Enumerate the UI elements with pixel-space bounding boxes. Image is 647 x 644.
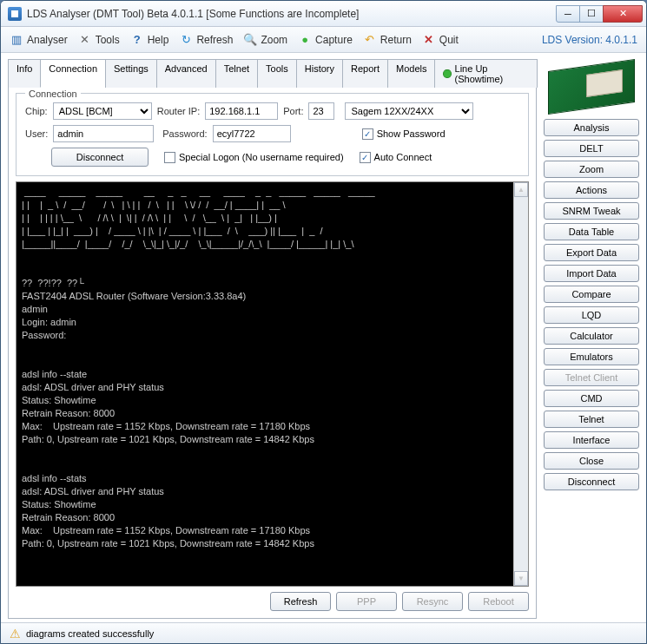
side-disconnect-button[interactable]: Disconnect: [544, 473, 639, 490]
chart-icon: ▥: [10, 33, 23, 47]
side-interface-button[interactable]: Interface: [544, 431, 639, 449]
user-input[interactable]: [53, 125, 154, 142]
chip-select[interactable]: ADSL [BCM]: [53, 102, 152, 120]
toolbar: ▥Analyser ✕Tools ?Help ↻Refresh 🔍Zoom ●C…: [1, 27, 646, 53]
auto-connect-checkbox[interactable]: ✓Auto Connect: [360, 152, 432, 163]
side-actions-button[interactable]: Actions: [544, 181, 639, 199]
quit-icon: ✕: [422, 33, 436, 47]
model-select[interactable]: Sagem 12XX/24XX: [345, 102, 473, 120]
tab-info[interactable]: Info: [8, 59, 41, 88]
analyser-label: Analyser: [27, 34, 68, 46]
refresh-button[interactable]: ↻Refresh: [179, 33, 233, 47]
refresh-terminal-button[interactable]: Refresh: [270, 592, 331, 611]
password-input[interactable]: [213, 125, 291, 142]
tab-settings[interactable]: Settings: [105, 59, 157, 88]
scroll-down-icon[interactable]: ▼: [514, 571, 528, 586]
status-text: diagrams created successfully: [26, 628, 154, 639]
tab-models[interactable]: Models: [387, 59, 435, 88]
show-password-label: Show Password: [377, 128, 446, 139]
tab-lineup[interactable]: Line Up (Showtime): [434, 59, 538, 88]
tab-strip: Info Connection Settings Advanced Telnet…: [8, 58, 537, 88]
maximize-button[interactable]: ☐: [579, 5, 604, 23]
disconnect-button[interactable]: Disconnect: [51, 148, 149, 167]
side-telnetclient-button[interactable]: Telnet Client: [544, 369, 639, 386]
status-bar: ⚠ diagrams created successfully: [1, 622, 646, 643]
connection-panel: Connection Chip: ADSL [BCM] Router IP: P…: [8, 88, 537, 619]
capture-label: Capture: [315, 34, 353, 46]
side-export-button[interactable]: Export Data: [544, 244, 639, 261]
warning-icon: ⚠: [10, 627, 21, 641]
return-button[interactable]: ↶Return: [363, 33, 412, 47]
capture-icon: ●: [298, 33, 312, 47]
router-ip-label: Router IP:: [157, 106, 201, 116]
side-datatable-button[interactable]: Data Table: [544, 223, 639, 240]
scroll-track[interactable]: [514, 197, 528, 571]
tab-lineup-label: Line Up (Showtime): [455, 63, 529, 84]
tools-button[interactable]: ✕Tools: [78, 33, 120, 47]
side-snrm-button[interactable]: SNRM Tweak: [544, 202, 639, 220]
reboot-button[interactable]: Reboot: [468, 592, 529, 611]
zoom-icon: 🔍: [243, 33, 257, 47]
side-compare-button[interactable]: Compare: [544, 286, 639, 303]
show-password-checkbox[interactable]: ✓Show Password: [362, 128, 446, 140]
window-title: LDS Analyser (DMT Tool) Beta 4.0.1.1 [So…: [27, 8, 557, 20]
help-button[interactable]: ?Help: [130, 33, 169, 47]
tab-connection[interactable]: Connection: [40, 59, 106, 88]
port-input[interactable]: [308, 102, 334, 120]
scrollbar[interactable]: ▲▼: [513, 182, 528, 586]
auto-connect-label: Auto Connect: [374, 152, 432, 162]
chip-label: Chip:: [25, 106, 48, 116]
scroll-up-icon[interactable]: ▲: [514, 182, 528, 197]
return-icon: ↶: [363, 33, 377, 47]
minimize-button[interactable]: ─: [556, 5, 580, 23]
fieldset-legend: Connection: [25, 89, 81, 99]
side-calculator-button[interactable]: Calculator: [544, 327, 639, 345]
side-telnet-button[interactable]: Telnet: [544, 411, 639, 428]
router-ip-input[interactable]: [205, 102, 278, 120]
side-import-button[interactable]: Import Data: [544, 265, 639, 282]
wrench-icon: ✕: [78, 33, 92, 47]
tab-history[interactable]: History: [296, 59, 343, 88]
app-icon: [8, 7, 22, 21]
analyser-button[interactable]: ▥Analyser: [10, 33, 68, 47]
connection-fieldset: Connection Chip: ADSL [BCM] Router IP: P…: [16, 93, 529, 176]
version-label: LDS Version: 4.0.1.1: [542, 34, 637, 46]
tools-label: Tools: [96, 34, 120, 46]
close-button[interactable]: ✕: [603, 5, 643, 23]
checkbox-checked-icon: ✓: [362, 128, 373, 140]
terminal-output[interactable]: ____ _____ _____ __ _ _ __ ____ _ _ ____…: [16, 181, 529, 587]
titlebar: LDS Analyser (DMT Tool) Beta 4.0.1.1 [So…: [1, 1, 646, 27]
capture-button[interactable]: ●Capture: [298, 33, 353, 47]
tab-tools[interactable]: Tools: [257, 59, 297, 88]
side-analysis-button[interactable]: Analysis: [544, 119, 639, 136]
app-window: LDS Analyser (DMT Tool) Beta 4.0.1.1 [So…: [0, 0, 647, 644]
terminal-text: ____ _____ _____ __ _ _ __ ____ _ _ ____…: [22, 187, 375, 549]
side-cmd-button[interactable]: CMD: [544, 390, 639, 407]
zoom-label: Zoom: [261, 34, 287, 46]
tab-report[interactable]: Report: [342, 59, 388, 88]
special-logon-checkbox[interactable]: Special Logon (No username required): [164, 152, 344, 163]
left-column: Info Connection Settings Advanced Telnet…: [8, 58, 537, 619]
board-image: [548, 58, 635, 112]
resync-button[interactable]: Resync: [402, 592, 463, 611]
quit-button[interactable]: ✕Quit: [422, 33, 459, 47]
return-label: Return: [380, 34, 412, 46]
tab-advanced[interactable]: Advanced: [156, 59, 216, 88]
side-emulators-button[interactable]: Emulators: [544, 348, 639, 365]
side-delt-button[interactable]: DELT: [544, 140, 639, 157]
side-lqd-button[interactable]: LQD: [544, 306, 639, 324]
checkbox-checked-icon: ✓: [360, 152, 371, 163]
bottom-action-row: Refresh PPP Resync Reboot: [16, 592, 529, 611]
tab-telnet[interactable]: Telnet: [215, 59, 258, 88]
side-zoom-button[interactable]: Zoom: [544, 161, 639, 178]
quit-label: Quit: [439, 34, 459, 46]
help-icon: ?: [130, 33, 144, 47]
help-label: Help: [148, 34, 169, 46]
ppp-button[interactable]: PPP: [336, 592, 397, 611]
status-dot-icon: [443, 69, 451, 78]
zoom-button[interactable]: 🔍Zoom: [243, 33, 287, 47]
user-label: User:: [25, 128, 48, 139]
refresh-label: Refresh: [196, 34, 233, 46]
side-close-button[interactable]: Close: [544, 452, 639, 470]
right-sidebar: Analysis DELT Zoom Actions SNRM Tweak Da…: [544, 58, 639, 619]
